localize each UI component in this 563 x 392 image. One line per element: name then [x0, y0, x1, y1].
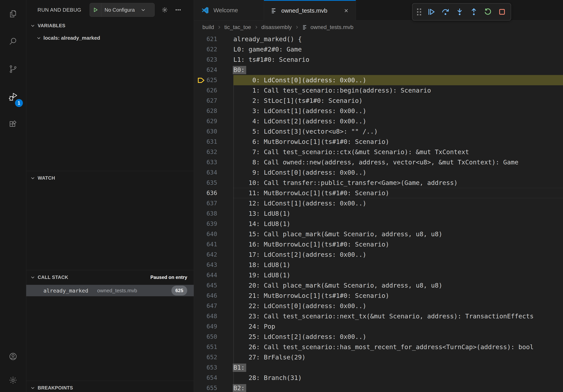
- source-control-icon[interactable]: [0, 55, 26, 83]
- code-line[interactable]: 621already_marked() {: [194, 34, 563, 44]
- line-number[interactable]: 633: [194, 157, 233, 167]
- line-number[interactable]: 628: [194, 106, 233, 116]
- code-line[interactable]: 630 5: LdConst[3](vector<u8>: "" /..): [194, 126, 563, 137]
- code-line[interactable]: 645 20: Call place_mark(&mut Scenario, a…: [194, 280, 563, 290]
- code-line[interactable]: 628 3: LdConst[1](address: 0x00..): [194, 106, 563, 116]
- line-number[interactable]: 649: [194, 321, 233, 332]
- code-line[interactable]: 637 12: LdConst[1](address: 0x00..): [194, 198, 563, 209]
- step-over-button[interactable]: [438, 5, 452, 19]
- start-debug-icon[interactable]: [90, 7, 101, 13]
- settings-gear-icon[interactable]: [0, 368, 26, 392]
- code-line[interactable]: 643 18: LdU8(1): [194, 260, 563, 270]
- line-number[interactable]: 647: [194, 301, 233, 311]
- code-line[interactable]: 635 10: Call transfer::public_transfer<G…: [194, 178, 563, 188]
- explorer-icon[interactable]: [0, 0, 26, 28]
- code-line[interactable]: 629 4: LdConst[2](address: 0x00..): [194, 116, 563, 126]
- code-line[interactable]: 653B1:: [194, 362, 563, 373]
- line-number[interactable]: 640: [194, 229, 233, 239]
- code-line[interactable]: 631 6: MutBorrowLoc[1](ts#1#0: Scenario): [194, 137, 563, 147]
- code-line[interactable]: 638 13: LdU8(1): [194, 209, 563, 219]
- line-number[interactable]: 624: [194, 65, 233, 75]
- variables-section-header[interactable]: VARIABLES: [26, 20, 194, 32]
- code-line[interactable]: 641 16: MutBorrowLoc[1](ts#1#0: Scenario…: [194, 239, 563, 249]
- code-line[interactable]: 632 7: Call test_scenario::ctx(&mut Scen…: [194, 147, 563, 157]
- line-number[interactable]: 654: [194, 373, 233, 383]
- line-number[interactable]: 645: [194, 280, 233, 290]
- code-line[interactable]: 633 8: Call owned::new(address, address,…: [194, 157, 563, 167]
- step-out-button[interactable]: [467, 5, 481, 19]
- code-line[interactable]: 636 11: MutBorrowLoc[1](ts#1#0: Scenario…: [194, 188, 563, 198]
- code-line[interactable]: 622L0: game#2#0: Game: [194, 44, 563, 54]
- line-number[interactable]: 653: [194, 362, 233, 373]
- line-number[interactable]: 625: [194, 75, 233, 85]
- more-actions-icon[interactable]: [175, 7, 181, 13]
- code-line[interactable]: 623L1: ts#1#0: Scenario: [194, 54, 563, 65]
- line-number[interactable]: 629: [194, 116, 233, 126]
- watch-section-header[interactable]: WATCH: [26, 172, 194, 184]
- code-line[interactable]: 649 24: Pop: [194, 321, 563, 332]
- line-number[interactable]: 637: [194, 198, 233, 209]
- line-number[interactable]: 636: [194, 188, 233, 198]
- tab-welcome[interactable]: Welcome: [194, 0, 264, 20]
- variables-scope-row[interactable]: locals: already_marked: [26, 32, 194, 44]
- search-icon[interactable]: [0, 28, 26, 55]
- line-number[interactable]: 651: [194, 342, 233, 352]
- extensions-icon[interactable]: [0, 111, 26, 138]
- line-number[interactable]: 643: [194, 260, 233, 270]
- line-number[interactable]: 641: [194, 239, 233, 249]
- code-line[interactable]: 644 19: LdU8(1): [194, 270, 563, 280]
- code-line[interactable]: 625 0: LdConst[0](address: 0x00..): [194, 75, 563, 85]
- call-stack-frame-row[interactable]: already_marked owned_tests.mvb 625: [26, 285, 194, 296]
- run-and-debug-icon[interactable]: 1: [0, 83, 26, 111]
- code-editor[interactable]: 621already_marked() {622L0: game#2#0: Ga…: [194, 34, 563, 392]
- code-line[interactable]: 624B0:: [194, 65, 563, 75]
- line-number[interactable]: 638: [194, 209, 233, 219]
- code-line[interactable]: 634 9: LdConst[0](address: 0x00..): [194, 167, 563, 178]
- line-number[interactable]: 622: [194, 44, 233, 54]
- code-line[interactable]: 651 26: Call test_scenario::has_most_rec…: [194, 342, 563, 352]
- code-line[interactable]: 642 17: LdConst[2](address: 0x00..): [194, 249, 563, 260]
- restart-button[interactable]: [481, 5, 495, 19]
- close-tab-icon[interactable]: [344, 8, 349, 13]
- line-number[interactable]: 626: [194, 85, 233, 95]
- line-number[interactable]: 621: [194, 34, 233, 44]
- line-number[interactable]: 648: [194, 311, 233, 321]
- debug-settings-gear-icon[interactable]: [161, 7, 168, 13]
- line-number[interactable]: 632: [194, 147, 233, 157]
- breadcrumb-item[interactable]: tic_tac_toe: [224, 24, 251, 30]
- breadcrumb-item[interactable]: owned_tests.mvb: [310, 24, 354, 30]
- line-number[interactable]: 655: [194, 383, 233, 392]
- code-line[interactable]: 650 25: LdConst[2](address: 0x00..): [194, 332, 563, 342]
- breakpoints-section-header[interactable]: BREAKPOINTS: [26, 381, 194, 392]
- call-stack-section-header[interactable]: CALL STACK Paused on entry: [26, 270, 194, 284]
- code-line[interactable]: 646 21: MutBorrowLoc[1](ts#1#0: Scenario…: [194, 290, 563, 301]
- code-line[interactable]: 640 15: Call place_mark(&mut Scenario, a…: [194, 229, 563, 239]
- continue-button[interactable]: [424, 5, 438, 19]
- code-line[interactable]: 647 22: LdConst[0](address: 0x00..): [194, 301, 563, 311]
- code-line[interactable]: 655B2:: [194, 383, 563, 392]
- line-number[interactable]: 650: [194, 332, 233, 342]
- code-line[interactable]: 639 14: LdU8(1): [194, 219, 563, 229]
- line-number[interactable]: 639: [194, 219, 233, 229]
- code-line[interactable]: 627 2: StLoc[1](ts#1#0: Scenario): [194, 95, 563, 106]
- drag-handle-icon[interactable]: [414, 6, 424, 18]
- line-number[interactable]: 652: [194, 352, 233, 362]
- stop-button[interactable]: [495, 5, 509, 19]
- code-line[interactable]: 626 1: Call test_scenario::begin(address…: [194, 85, 563, 95]
- line-number[interactable]: 623: [194, 54, 233, 65]
- line-number[interactable]: 627: [194, 95, 233, 106]
- code-line[interactable]: 654 28: Branch(31): [194, 373, 563, 383]
- line-number[interactable]: 642: [194, 249, 233, 260]
- line-number[interactable]: 635: [194, 178, 233, 188]
- account-icon[interactable]: [0, 345, 26, 368]
- line-number[interactable]: 631: [194, 137, 233, 147]
- tab-owned-tests[interactable]: owned_tests.mvb: [264, 0, 356, 21]
- line-number[interactable]: 646: [194, 290, 233, 301]
- breadcrumb-item[interactable]: disassembly: [261, 24, 292, 30]
- debug-config-dropdown[interactable]: No Configura: [90, 3, 155, 17]
- line-number[interactable]: 630: [194, 126, 233, 137]
- code-line[interactable]: 648 23: Call test_scenario::next_tx(&mut…: [194, 311, 563, 321]
- line-number[interactable]: 644: [194, 270, 233, 280]
- code-line[interactable]: 652 27: BrFalse(29): [194, 352, 563, 362]
- breadcrumb-item[interactable]: build: [202, 24, 214, 30]
